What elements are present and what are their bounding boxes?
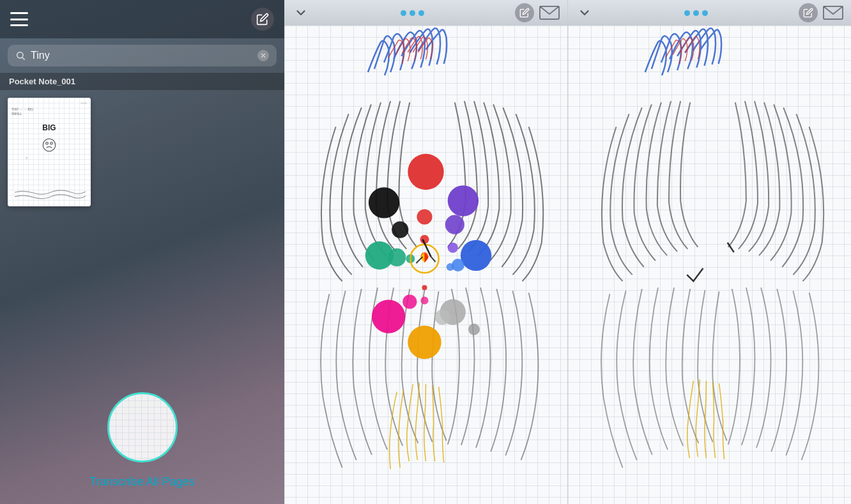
svg-point-0: [17, 52, 23, 58]
sidebar: Pocket Note_001 □□□□ TINY ← → BIG SMALL …: [0, 0, 284, 504]
mail-button-left[interactable]: [539, 6, 560, 20]
svg-point-9: [417, 209, 432, 224]
mail-button-right[interactable]: [823, 6, 843, 20]
panel-edit-button-right[interactable]: [799, 3, 818, 22]
panel-toolbar-right: [568, 0, 851, 26]
thumbnail-text-big: BIG: [12, 123, 87, 134]
thumbnail-lines: [12, 187, 87, 202]
canvas-content-right: [568, 26, 851, 504]
dot-r3: [702, 10, 708, 16]
hamburger-menu-icon[interactable]: [10, 12, 28, 26]
svg-point-26: [435, 309, 450, 325]
search-input[interactable]: [31, 50, 257, 61]
svg-line-32: [416, 257, 422, 263]
svg-point-2: [43, 139, 56, 151]
svg-point-6: [408, 154, 443, 190]
svg-point-14: [445, 215, 464, 234]
clear-search-button[interactable]: [257, 50, 269, 61]
panel-chevron-left[interactable]: [292, 4, 310, 22]
canvas-area: [284, 0, 851, 504]
svg-point-27: [468, 324, 480, 335]
notebook-section-label: Pocket Note_001: [0, 73, 284, 90]
svg-line-31: [431, 257, 436, 262]
dot-1: [401, 10, 406, 16]
svg-point-4: [50, 142, 53, 144]
svg-point-17: [388, 248, 406, 266]
panel-chevron-right[interactable]: [576, 4, 594, 22]
svg-point-7: [369, 187, 399, 218]
panel-dots-left[interactable]: [401, 10, 424, 16]
search-bar: [8, 45, 277, 66]
svg-point-21: [447, 263, 454, 271]
svg-point-15: [448, 243, 458, 253]
canvas-panel-left: [284, 0, 568, 504]
floating-circle-button[interactable]: [107, 392, 178, 462]
svg-point-22: [372, 300, 405, 333]
svg-line-1: [22, 57, 25, 60]
svg-point-8: [392, 222, 408, 238]
svg-point-28: [408, 326, 441, 359]
svg-point-23: [402, 294, 417, 309]
canvas-panel-right: [568, 0, 851, 504]
svg-point-24: [420, 296, 428, 304]
sidebar-bottom: Transcribe All Pages: [0, 387, 284, 504]
panel-toolbar-left: [284, 0, 567, 26]
panel-actions-left: [515, 3, 560, 22]
svg-point-13: [448, 185, 479, 216]
svg-point-12: [422, 285, 427, 290]
panel-edit-button-left[interactable]: [515, 3, 534, 22]
sidebar-header: [0, 0, 284, 38]
canvas-content-left: [284, 26, 567, 504]
notebook-list: □□□□ TINY ← → BIG SMALL BIG ?: [0, 90, 284, 387]
svg-point-3: [46, 142, 49, 144]
svg-point-19: [461, 240, 491, 271]
thumbnail-face: [12, 136, 87, 154]
notebook-thumbnail-item[interactable]: □□□□ TINY ← → BIG SMALL BIG ?: [8, 98, 91, 206]
panel-dots-right[interactable]: [684, 10, 708, 16]
dot-r2: [693, 10, 699, 16]
search-icon: [15, 50, 26, 61]
transcribe-all-pages-button[interactable]: Transcribe All Pages: [89, 470, 194, 494]
dot-3: [418, 10, 424, 16]
edit-button[interactable]: [251, 8, 274, 31]
panel-actions-right: [799, 3, 843, 22]
dot-2: [410, 10, 415, 16]
dot-r1: [684, 10, 690, 16]
